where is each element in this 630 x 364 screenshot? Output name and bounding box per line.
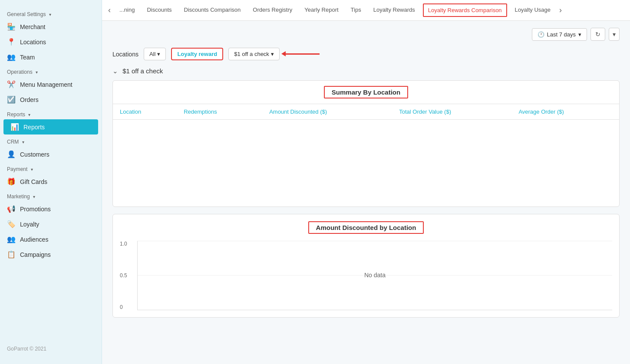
gift-cards-icon: 🎁 bbox=[7, 177, 16, 186]
chart-title: Amount Discounted by Location bbox=[308, 221, 424, 234]
page-body: 🕐 Last 7 days ▾ ↻ ▾ Locations All ▾ Loya… bbox=[102, 21, 630, 364]
tab-next-button[interactable]: › bbox=[557, 6, 564, 15]
merchant-icon: 🏪 bbox=[7, 23, 16, 31]
grid-line-top bbox=[138, 241, 612, 241]
tab-discounts[interactable]: Discounts bbox=[141, 0, 178, 20]
tab-discounts-comparison[interactable]: Discounts Comparison bbox=[178, 0, 247, 20]
arrow-line bbox=[285, 53, 320, 55]
payment-chevron: ▾ bbox=[31, 167, 33, 172]
date-range-chevron: ▾ bbox=[578, 31, 581, 38]
sidebar-item-merchant[interactable]: 🏪 Merchant bbox=[0, 19, 102, 34]
chart-grid: No data bbox=[137, 241, 612, 310]
sidebar-item-locations[interactable]: 📍 Locations bbox=[0, 34, 102, 49]
col-amount-discounted: Amount Discounted ($) bbox=[262, 104, 392, 120]
tab-orders-registry[interactable]: Orders Registry bbox=[247, 0, 298, 20]
payment-section: Payment ▾ bbox=[0, 162, 102, 174]
reward-value-button[interactable]: $1 off a check ▾ bbox=[228, 48, 280, 60]
filter-row: Locations All ▾ Loyalty reward $1 off a … bbox=[112, 48, 620, 60]
y-label-1: 1.0 bbox=[120, 241, 127, 247]
operations-section: Operations ▾ bbox=[0, 65, 102, 77]
more-options-button[interactable]: ▾ bbox=[609, 28, 620, 41]
summary-table-wrap: Location Redemptions Amount Discounted (… bbox=[113, 104, 619, 207]
tab-training[interactable]: ...ning bbox=[113, 0, 141, 20]
chart-y-labels: 1.0 0.5 0 bbox=[120, 241, 127, 310]
summary-table-card: Summary By Location Location Redemptions… bbox=[112, 80, 620, 207]
col-location: Location bbox=[113, 104, 177, 120]
date-range-button[interactable]: 🕐 Last 7 days ▾ bbox=[532, 28, 587, 41]
loyalty-reward-label-button[interactable]: Loyalty reward bbox=[171, 48, 223, 60]
summary-table-header-row: Location Redemptions Amount Discounted (… bbox=[113, 104, 619, 120]
reports-icon: 📊 bbox=[10, 123, 19, 131]
sidebar-item-reports[interactable]: 📊 Reports bbox=[3, 119, 98, 134]
marketing-chevron: ▾ bbox=[33, 194, 35, 199]
chart-header: Amount Discounted by Location bbox=[120, 221, 612, 234]
summary-table: Location Redemptions Amount Discounted (… bbox=[113, 104, 619, 207]
crm-chevron: ▾ bbox=[22, 140, 24, 144]
y-label-2: 0.5 bbox=[120, 272, 127, 279]
promotions-icon: 📢 bbox=[7, 205, 16, 213]
reports-section: Reports ▾ bbox=[0, 107, 102, 119]
sidebar-item-audiences[interactable]: 👥 Audiences bbox=[0, 232, 102, 247]
sidebar-item-gift-cards[interactable]: 🎁 Gift Cards bbox=[0, 174, 102, 189]
tab-loyalty-usage[interactable]: Loyalty Usage bbox=[509, 0, 557, 20]
customers-icon: 👤 bbox=[7, 150, 16, 158]
sidebar-item-team[interactable]: 👥 Team bbox=[0, 49, 102, 65]
col-redemptions: Redemptions bbox=[177, 104, 262, 120]
tab-tips[interactable]: Tips bbox=[345, 0, 367, 20]
sidebar-item-orders[interactable]: ☑️ Orders bbox=[0, 92, 102, 107]
tab-prev-button[interactable]: ‹ bbox=[106, 6, 113, 15]
menu-icon: ✂️ bbox=[7, 80, 16, 89]
chart-card: Amount Discounted by Location 1.0 0.5 0 … bbox=[112, 214, 620, 318]
clock-icon: 🕐 bbox=[538, 31, 544, 38]
locations-chevron: ▾ bbox=[157, 51, 160, 57]
reward-value-chevron: ▾ bbox=[271, 51, 274, 57]
col-average-order: Average Order ($) bbox=[511, 104, 619, 120]
sidebar-item-promotions[interactable]: 📢 Promotions bbox=[0, 201, 102, 216]
reports-chevron: ▾ bbox=[28, 112, 30, 117]
operations-chevron: ▾ bbox=[36, 70, 38, 75]
toolbar-row: 🕐 Last 7 days ▾ ↻ ▾ bbox=[112, 28, 620, 41]
y-label-3: 0 bbox=[120, 304, 127, 310]
section-chevron: ⌄ bbox=[112, 67, 118, 75]
empty-table-cell bbox=[113, 120, 619, 207]
campaigns-icon: 📋 bbox=[7, 250, 16, 259]
sidebar-item-campaigns[interactable]: 📋 Campaigns bbox=[0, 247, 102, 262]
chart-area: 1.0 0.5 0 No data bbox=[120, 241, 612, 310]
team-icon: 👥 bbox=[7, 53, 16, 61]
arrow-indicator bbox=[285, 53, 320, 55]
general-settings-chevron: ▾ bbox=[49, 12, 51, 17]
marketing-section: Marketing ▾ bbox=[0, 189, 102, 201]
no-data-label: No data bbox=[364, 272, 386, 279]
refresh-button[interactable]: ↻ bbox=[590, 28, 605, 41]
sidebar-item-menu-management[interactable]: ✂️ Menu Management bbox=[0, 77, 102, 92]
summary-table-title: Summary By Location bbox=[324, 86, 408, 98]
summary-table-header: Summary By Location bbox=[113, 81, 619, 104]
loyalty-icon: 🏷️ bbox=[7, 220, 16, 228]
general-settings-section: General Settings ▾ bbox=[0, 7, 102, 19]
empty-table-row bbox=[113, 120, 619, 207]
locations-filter-button[interactable]: All ▾ bbox=[144, 48, 166, 60]
crm-section: CRM ▾ bbox=[0, 134, 102, 147]
tab-bar: ‹ ...ning Discounts Discounts Comparison… bbox=[102, 0, 630, 21]
locations-filter-label: Locations bbox=[112, 51, 139, 58]
section-heading: ⌄ $1 off a check bbox=[112, 67, 620, 75]
tab-loyalty-rewards-comparison[interactable]: Loyalty Rewards Comparison bbox=[423, 3, 507, 17]
main-content: ‹ ...ning Discounts Discounts Comparison… bbox=[102, 0, 630, 364]
tab-loyalty-rewards[interactable]: Loyalty Rewards bbox=[367, 0, 421, 20]
sidebar: General Settings ▾ 🏪 Merchant 📍 Location… bbox=[0, 0, 102, 364]
sidebar-footer: GoParrot © 2021 bbox=[0, 341, 102, 357]
sidebar-item-loyalty[interactable]: 🏷️ Loyalty bbox=[0, 216, 102, 232]
location-icon: 📍 bbox=[7, 38, 16, 46]
audiences-icon: 👥 bbox=[7, 235, 16, 243]
sidebar-item-customers[interactable]: 👤 Customers bbox=[0, 147, 102, 162]
col-total-order-value: Total Order Value ($) bbox=[392, 104, 511, 120]
orders-icon: ☑️ bbox=[7, 95, 16, 104]
tab-yearly-report[interactable]: Yearly Report bbox=[298, 0, 344, 20]
